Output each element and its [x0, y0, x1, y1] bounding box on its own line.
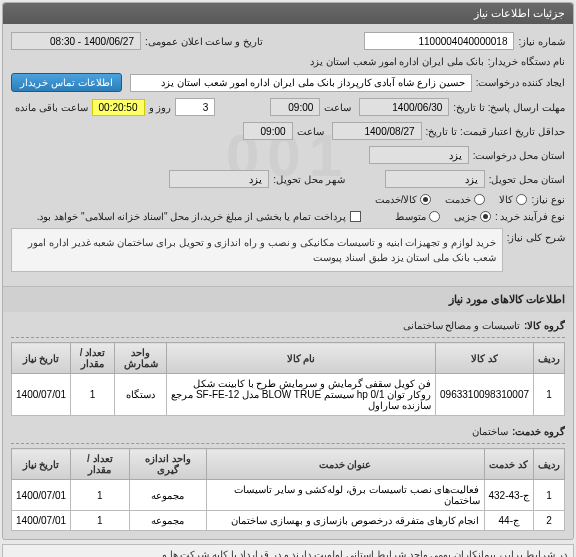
service-group-value: ساختمان [472, 426, 508, 437]
request-prov-label: استان محل درخواست: [473, 150, 565, 161]
validity-hour-field: 09:00 [243, 122, 293, 140]
table-header: عنوان خدمت [206, 449, 484, 480]
table-cell: 1 [71, 480, 130, 511]
radio-mid[interactable] [429, 211, 440, 222]
table-header: واحد اندازه گیری [129, 449, 206, 480]
buyer-value: بانک ملی ایران اداره امور شعب استان یزد [310, 56, 483, 67]
radio-mid-label: متوسط [395, 211, 426, 222]
remain-label: ساعت باقی مانده [15, 102, 88, 113]
table-header: تعداد / مقدار [71, 343, 115, 374]
process-label: نوع فرآیند خرید : [495, 211, 565, 222]
deliver-city-label: شهر محل تحویل: [273, 174, 344, 185]
need-type-label: نوع نیاز: [531, 194, 565, 205]
requester-label: ایجاد کننده درخواست: [476, 77, 565, 88]
table-cell: 2 [534, 511, 565, 531]
table-cell: 1400/07/01 [12, 374, 71, 416]
table-cell: دستگاه [114, 374, 166, 416]
table-cell: 1400/07/01 [12, 480, 71, 511]
table-cell: ج-43-432 [484, 480, 534, 511]
summary-label: شرح کلی نیاز: [507, 228, 565, 243]
table-cell: 1 [534, 480, 565, 511]
table-cell: 1 [71, 511, 130, 531]
table-row: 10963310098310007فن کویل سقفی گرمایش و س… [12, 374, 565, 416]
table-header: واحد شمارش [114, 343, 166, 374]
request-prov-field: یزد [369, 146, 469, 164]
deadline-date-field: 1400/06/30 [359, 98, 449, 116]
deliver-city-field: یزد [169, 170, 269, 188]
remain-time: 00:20:50 [92, 99, 145, 116]
requester-field: حسین زارع شاه آبادی کارپرداز بانک ملی ای… [130, 74, 472, 92]
table-row: 1ج-43-432فعالیت‌های نصب تاسیسات برق، لول… [12, 480, 565, 511]
need-type-group: کالا خدمت کالا/خدمت [371, 194, 528, 205]
announce-field: 1400/06/27 - 08:30 [11, 32, 141, 50]
buyer-label: نام دستگاه خریدار: [488, 56, 565, 67]
main-panel: جزئیات اطلاعات نیاز 001 شماره نیاز: 1100… [2, 2, 574, 540]
table-cell: 1 [71, 374, 115, 416]
validity-label: حداقل تاریخ اعتبار قیمت: تا تاریخ: [426, 126, 565, 137]
radio-both[interactable] [420, 194, 431, 205]
table-header: تعداد / مقدار [71, 449, 130, 480]
goods-section-title: اطلاعات کالاهای مورد نیاز [3, 286, 573, 312]
radio-low[interactable] [480, 211, 491, 222]
table-cell: فعالیت‌های نصب تاسیسات برق، لوله‌کشی و س… [206, 480, 484, 511]
table-header: تاریخ نیاز [12, 343, 71, 374]
radio-service[interactable] [474, 194, 485, 205]
table-header: کد خدمت [484, 449, 534, 480]
validity-date-field: 1400/08/27 [332, 122, 422, 140]
day-label: روز و [149, 102, 172, 113]
hour-label-1: ساعت [324, 102, 351, 113]
radio-service-label: خدمت [445, 194, 471, 205]
radio-low-label: جزیی [454, 211, 477, 222]
radio-goods[interactable] [516, 194, 527, 205]
days-left-field: 3 [175, 98, 215, 116]
table-cell: 1 [534, 374, 565, 416]
radio-goods-label: کالا [499, 194, 513, 205]
goods-group-value: تاسیسات و مصالح ساختمانی [403, 320, 520, 331]
need-number-field: 1100004040000018 [364, 32, 514, 50]
table-header: ردیف [534, 343, 565, 374]
table-cell: انجام کارهای متفرقه درخصوص بازسازی و بهس… [206, 511, 484, 531]
table-cell: فن کویل سقفی گرمایش و سرمایش طرح با کابی… [167, 374, 436, 416]
services-table: ردیفکد خدمتعنوان خدمتواحد اندازه گیریتعد… [11, 448, 565, 531]
panel-title: جزئیات اطلاعات نیاز [3, 3, 573, 24]
table-cell: ج-44 [484, 511, 534, 531]
table-cell: مجموعه [129, 480, 206, 511]
deliver-prov-label: استان محل تحویل: [489, 174, 565, 185]
deadline-hour-field: 09:00 [270, 98, 320, 116]
table-header: تاریخ نیاز [12, 449, 71, 480]
table-cell: 1400/07/01 [12, 511, 71, 531]
table-header: کد کالا [436, 343, 534, 374]
goods-table: ردیفکد کالانام کالاواحد شمارشتعداد / مقد… [11, 342, 565, 416]
service-group-label: گروه خدمت: [512, 426, 565, 437]
need-number-label: شماره نیاز: [518, 36, 565, 47]
hour-label-2: ساعت [297, 126, 324, 137]
pay-note: پرداخت تمام یا بخشی از مبلغ خرید،از محل … [37, 211, 346, 222]
process-group: جزیی متوسط [391, 211, 491, 222]
deadline-label: مهلت ارسال پاسخ: تا تاریخ: [453, 102, 565, 113]
table-cell: مجموعه [129, 511, 206, 531]
table-cell: 0963310098310007 [436, 374, 534, 416]
goods-group-label: گروه کالا: [524, 320, 565, 331]
treasury-checkbox[interactable] [350, 211, 361, 222]
summary-box: خرید لوازم و تجهیزات ابنیه و تاسیسات مکا… [11, 228, 503, 272]
announce-label: تاریخ و ساعت اعلان عمومی: [145, 36, 263, 47]
contact-button[interactable]: اطلاعات تماس خریدار [11, 73, 122, 92]
deliver-prov-field: یزد [385, 170, 485, 188]
radio-both-label: کالا/خدمت [375, 194, 418, 205]
table-header: ردیف [534, 449, 565, 480]
table-row: 2ج-44انجام کارهای متفرقه درخصوص بازسازی … [12, 511, 565, 531]
table-header: نام کالا [167, 343, 436, 374]
footer-note: در شرایط برابر، پیمانکاران بومی واجد شرا… [2, 544, 574, 557]
